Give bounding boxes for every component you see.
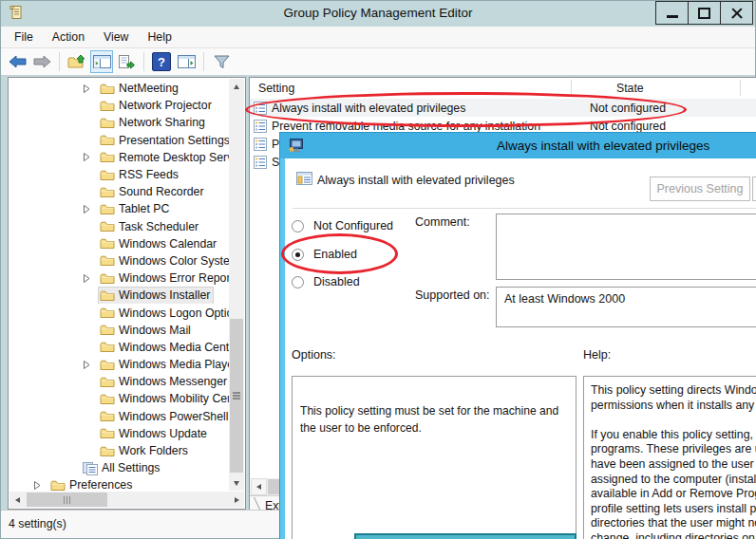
expand-chevron-icon[interactable] bbox=[83, 84, 98, 94]
tree-item-tablet-pc[interactable]: Tablet PC bbox=[9, 200, 229, 217]
radio-label: Enabled bbox=[313, 248, 357, 261]
comment-textarea[interactable] bbox=[496, 214, 756, 280]
setting-row[interactable]: Always install with elevated privilegesN… bbox=[250, 99, 756, 117]
tree-item-netmeeting[interactable]: NetMeeting bbox=[9, 80, 229, 97]
maximize-button[interactable] bbox=[688, 1, 721, 25]
column-separator[interactable] bbox=[740, 80, 741, 96]
menu-file[interactable]: File bbox=[5, 28, 43, 47]
tree-item-content[interactable]: Windows Messenger bbox=[98, 373, 229, 390]
forward-button[interactable] bbox=[30, 50, 53, 73]
tree-item-all-settings[interactable]: All Settings bbox=[9, 459, 229, 476]
tree-item-windows-mobility-center[interactable]: Windows Mobility Center bbox=[9, 390, 229, 407]
expand-chevron-icon[interactable] bbox=[83, 204, 98, 214]
horizontal-scroll-thumb[interactable] bbox=[27, 493, 107, 507]
radio-button-icon[interactable] bbox=[292, 249, 304, 261]
show-action-pane-button[interactable] bbox=[175, 50, 198, 73]
close-button[interactable] bbox=[720, 1, 753, 25]
scroll-left-button[interactable] bbox=[9, 492, 25, 508]
scroll-left-button[interactable] bbox=[251, 478, 267, 495]
tree-item-content[interactable]: Windows Logon Options bbox=[98, 304, 229, 321]
menu-help[interactable]: Help bbox=[138, 28, 180, 47]
tree-item-content[interactable]: Windows Media Center bbox=[98, 339, 229, 356]
tree-item-windows-messenger[interactable]: Windows Messenger bbox=[9, 373, 229, 390]
tree-item-remote-desktop-services[interactable]: Remote Desktop Services bbox=[9, 149, 229, 166]
tree-item-content[interactable]: Windows PowerShell bbox=[98, 408, 229, 425]
column-separator[interactable] bbox=[571, 80, 572, 96]
tree-item-content[interactable]: RSS Feeds bbox=[98, 166, 182, 183]
tree-item-preferences[interactable]: Preferences bbox=[9, 476, 229, 491]
tree-item-content[interactable]: Presentation Settings bbox=[98, 132, 229, 149]
filter-button[interactable] bbox=[210, 50, 233, 73]
tree-item-content[interactable]: Tablet PC bbox=[98, 200, 173, 217]
tree-item-content[interactable]: Windows Mobility Center bbox=[98, 390, 229, 407]
help-text-box[interactable]: This policy setting directs Windowpermis… bbox=[583, 376, 756, 539]
tree-item-network-sharing[interactable]: Network Sharing bbox=[9, 114, 229, 131]
expand-chevron-icon[interactable] bbox=[83, 360, 98, 370]
tree-item-content[interactable]: Windows Error Reporting bbox=[98, 270, 229, 287]
tree-item-rss-feeds[interactable]: RSS Feeds bbox=[9, 166, 229, 183]
up-one-level-button[interactable] bbox=[66, 50, 88, 73]
tree-item-content[interactable]: Sound Recorder bbox=[98, 183, 208, 200]
help-button[interactable]: ? bbox=[150, 50, 173, 73]
expand-chevron-icon[interactable] bbox=[83, 273, 98, 284]
selected-tree-item-highlight[interactable]: Windows Installer bbox=[98, 287, 214, 304]
scroll-down-button[interactable] bbox=[229, 475, 244, 491]
tree-item-presentation-settings[interactable]: Presentation Settings bbox=[9, 132, 229, 149]
tree-item-sound-recorder[interactable]: Sound Recorder bbox=[9, 183, 229, 200]
export-list-button[interactable] bbox=[115, 50, 138, 73]
next-setting-button[interactable] bbox=[752, 177, 756, 201]
tree-item-windows-media-center[interactable]: Windows Media Center bbox=[9, 339, 229, 356]
radio-button-icon[interactable] bbox=[292, 220, 304, 232]
folder-icon bbox=[100, 254, 115, 267]
scroll-right-button[interactable] bbox=[229, 492, 244, 508]
scroll-up-button[interactable] bbox=[229, 79, 244, 94]
tree-item-windows-media-player[interactable]: Windows Media Player bbox=[9, 356, 229, 373]
radio-disabled[interactable]: Disabled bbox=[292, 275, 360, 288]
tree-item-windows-update[interactable]: Windows Update bbox=[9, 425, 229, 442]
tree-item-network-projector[interactable]: Network Projector bbox=[9, 97, 229, 114]
tree-item-content[interactable]: Windows Update bbox=[98, 425, 211, 442]
column-header-state[interactable]: State bbox=[616, 82, 644, 95]
tree-item-content[interactable]: Windows Mail bbox=[98, 322, 195, 339]
help-text-line: profile setting lets users install pro bbox=[591, 502, 756, 517]
previous-setting-button[interactable]: Previous Setting bbox=[650, 177, 750, 201]
radio-enabled[interactable]: Enabled bbox=[292, 248, 357, 261]
show-console-tree-button[interactable] bbox=[90, 50, 113, 73]
tree-item-windows-powershell[interactable]: Windows PowerShell bbox=[9, 408, 229, 425]
minimize-button[interactable] bbox=[655, 1, 689, 25]
tree-item-content[interactable]: Windows Media Player bbox=[98, 356, 229, 373]
tree-item-content[interactable]: Remote Desktop Services bbox=[98, 149, 229, 166]
vertical-scroll-thumb[interactable] bbox=[230, 319, 243, 473]
tree-horizontal-scrollbar[interactable] bbox=[9, 492, 244, 508]
help-text-line: have been assigned to the user (o bbox=[591, 457, 756, 473]
tree-item-windows-installer[interactable]: Windows Installer bbox=[9, 287, 229, 304]
menu-view[interactable]: View bbox=[94, 28, 138, 47]
tree-item-content[interactable]: NetMeeting bbox=[98, 80, 182, 97]
expand-chevron-icon[interactable] bbox=[33, 480, 48, 491]
tree-item-windows-mail[interactable]: Windows Mail bbox=[9, 322, 229, 339]
tree-item-windows-calendar[interactable]: Windows Calendar bbox=[9, 235, 229, 252]
tree-item-content[interactable]: Work Folders bbox=[98, 442, 192, 459]
radio-not-configured[interactable]: Not Configured bbox=[292, 219, 393, 232]
radio-button-icon[interactable] bbox=[292, 276, 304, 288]
folder-icon bbox=[100, 410, 115, 422]
tree-item-content[interactable]: All Settings bbox=[81, 459, 164, 476]
tree-item-content[interactable]: Windows Color System bbox=[98, 252, 229, 270]
tree-vertical-scrollbar[interactable] bbox=[229, 79, 244, 491]
expand-chevron-icon[interactable] bbox=[83, 152, 98, 162]
tree-item-content[interactable]: Preferences bbox=[48, 476, 136, 491]
column-header-setting[interactable]: Setting bbox=[258, 82, 294, 95]
all-settings-icon bbox=[83, 461, 98, 475]
tree-item-content[interactable]: Network Projector bbox=[98, 97, 216, 114]
tree-item-task-scheduler[interactable]: Task Scheduler bbox=[9, 218, 229, 235]
tree-item-work-folders[interactable]: Work Folders bbox=[9, 442, 229, 459]
back-button[interactable] bbox=[6, 50, 28, 73]
tree-item-content[interactable]: Network Sharing bbox=[98, 114, 209, 131]
tree-item-windows-error-reporting[interactable]: Windows Error Reporting bbox=[9, 270, 229, 287]
tree-item-windows-logon-options[interactable]: Windows Logon Options bbox=[9, 304, 229, 321]
tree-item-content[interactable]: Task Scheduler bbox=[98, 218, 202, 235]
menu-action[interactable]: Action bbox=[43, 28, 94, 47]
tree-item-windows-color-system[interactable]: Windows Color System bbox=[9, 252, 229, 270]
tree-item-content[interactable]: Windows Calendar bbox=[98, 235, 220, 252]
options-text-line: the user to be enforced. bbox=[300, 419, 576, 437]
